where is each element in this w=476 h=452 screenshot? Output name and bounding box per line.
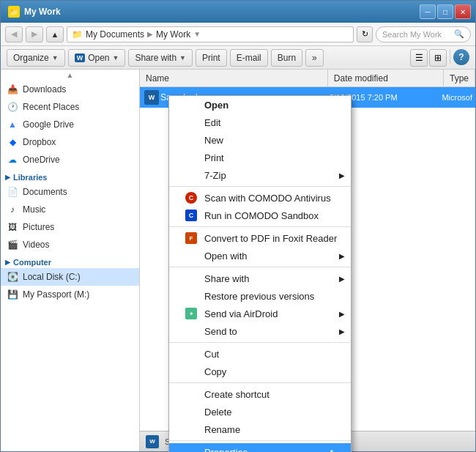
file-header: Name Date modified Type (140, 70, 475, 87)
sidebar-item-documents[interactable]: 📄 Documents (1, 183, 139, 201)
refresh-button[interactable]: ↻ (357, 26, 373, 42)
videos-icon: 🎬 (7, 239, 18, 251)
sidebar-item-videos[interactable]: 🎬 Videos (1, 236, 139, 253)
ctx-create-shortcut-label: Create shortcut (204, 389, 269, 400)
close-button[interactable]: ✕ (455, 4, 471, 19)
status-file-icon: W (146, 435, 159, 448)
documents-label: Documents (23, 187, 67, 197)
ctx-create-shortcut-icon (184, 388, 198, 400)
email-button[interactable]: E-mail (230, 49, 268, 67)
ctx-copy[interactable]: Copy (169, 363, 351, 380)
computer-label: Computer (13, 258, 51, 267)
ctx-sep2 (169, 226, 351, 227)
ctx-edit[interactable]: Edit (169, 114, 351, 131)
ctx-rename-icon (184, 423, 198, 435)
sidebar-item-pictures[interactable]: 🖼 Pictures (1, 218, 139, 236)
share-with-button[interactable]: Share with ▼ (128, 49, 193, 67)
header-name[interactable]: Name (140, 70, 328, 86)
view-buttons: ☰ ⊞ ? (410, 49, 469, 67)
header-date[interactable]: Date modified (328, 70, 444, 86)
address-path[interactable]: 📁 My Documents ▶ My Work ▼ (67, 26, 354, 42)
libraries-label: Libraries (13, 173, 47, 182)
computer-arrow: ▶ (5, 259, 10, 266)
print-button[interactable]: Print (196, 49, 227, 67)
dropbox-label: Dropbox (23, 137, 56, 147)
ctx-sep3 (169, 267, 351, 267)
ctx-properties[interactable]: Properties ↖ (169, 443, 351, 452)
sidebar-item-google-drive[interactable]: ▲ Google Drive (1, 116, 139, 133)
ctx-restore[interactable]: Restore previous versions (169, 287, 351, 305)
downloads-icon: 📥 (7, 84, 18, 95)
more-label: » (312, 53, 317, 63)
sidebar-item-local-disk[interactable]: 💽 Local Disk (C:) (1, 268, 139, 286)
my-passport-label: My Passport (M:) (23, 289, 89, 300)
window-icon: 📁 (8, 6, 20, 18)
ctx-send-to[interactable]: Send to ▶ (169, 322, 351, 340)
sidebar-item-dropbox[interactable]: ◆ Dropbox (1, 133, 139, 151)
ctx-foxit-label: Convert to PDF in Foxit Reader (204, 233, 337, 244)
open-button[interactable]: W Open ▼ (68, 49, 126, 67)
ctx-comodo-sandbox[interactable]: C Run in COMODO Sandbox (169, 207, 351, 224)
header-type[interactable]: Type (444, 70, 475, 86)
breadcrumb-part1[interactable]: My Documents (86, 29, 144, 40)
breadcrumb-part2[interactable]: My Work (156, 29, 190, 40)
ctx-edit-icon (184, 116, 198, 128)
minimize-button[interactable]: ─ (420, 4, 436, 19)
ctx-share-with-label: Share with (204, 273, 249, 284)
view-list-button[interactable]: ☰ (410, 49, 428, 67)
ctx-7zip[interactable]: 7-Zip ▶ (169, 166, 351, 184)
ctx-delete-label: Delete (204, 407, 232, 418)
organize-button[interactable]: Organize ▼ (7, 49, 65, 67)
my-passport-icon: 💾 (7, 289, 18, 300)
local-disk-label: Local Disk (C:) (23, 272, 81, 282)
up-button[interactable]: ▲ (46, 26, 64, 42)
open-arrow: ▼ (112, 54, 119, 62)
ctx-create-shortcut[interactable]: Create shortcut (169, 385, 351, 403)
pictures-icon: 🖼 (7, 221, 18, 233)
sidebar-item-my-passport[interactable]: 💾 My Passport (M:) (1, 286, 139, 303)
ctx-delete[interactable]: Delete (169, 403, 351, 420)
organize-arrow: ▼ (52, 54, 59, 62)
ctx-open-icon (184, 99, 198, 111)
computer-section[interactable]: ▶ Computer (1, 253, 139, 268)
breadcrumb-dropdown[interactable]: ▼ (193, 30, 201, 38)
ctx-cut-icon (184, 348, 198, 360)
libraries-section[interactable]: ▶ Libraries (1, 168, 139, 183)
help-button[interactable]: ? (453, 49, 469, 65)
ctx-share-with-icon (184, 273, 198, 284)
ctx-cut[interactable]: Cut (169, 345, 351, 363)
ctx-share-with[interactable]: Share with ▶ (169, 270, 351, 287)
share-with-arrow: ▼ (179, 54, 186, 62)
toolbar-sep2 (450, 49, 450, 64)
libraries-arrow: ▶ (5, 174, 10, 181)
ctx-comodo-scan-icon: C (184, 192, 198, 204)
sidebar-item-music[interactable]: ♪ Music (1, 201, 139, 218)
organize-label: Organize (13, 53, 49, 63)
back-button[interactable]: ◀ (5, 26, 23, 42)
ctx-open-with[interactable]: Open with ▶ (169, 247, 351, 264)
ctx-airdroid[interactable]: ✦ Send via AirDroid ▶ (169, 305, 351, 322)
search-placeholder: Search My Work (382, 30, 442, 39)
ctx-open[interactable]: Open (169, 96, 351, 114)
ctx-new-label: New (204, 135, 223, 146)
search-box[interactable]: Search My Work 🔍 (376, 26, 471, 42)
forward-button[interactable]: ▶ (26, 26, 43, 42)
ctx-new[interactable]: New (169, 131, 351, 149)
ctx-7zip-arrow: ▶ (339, 171, 345, 179)
view-grid-button[interactable]: ⊞ (429, 49, 447, 67)
ctx-print[interactable]: Print (169, 149, 351, 166)
google-drive-label: Google Drive (23, 119, 74, 130)
ctx-open-with-icon (184, 250, 198, 262)
sidebar-item-recent-places[interactable]: 🕐 Recent Places (1, 98, 139, 116)
more-button[interactable]: » (305, 49, 324, 67)
ctx-rename[interactable]: Rename (169, 420, 351, 438)
scroll-up-indicator: ▲ (1, 70, 139, 81)
sidebar-item-onedrive[interactable]: ☁ OneDrive (1, 151, 139, 168)
sidebar-item-downloads[interactable]: 📥 Downloads (1, 81, 139, 98)
google-drive-icon: ▲ (7, 119, 18, 130)
ctx-foxit[interactable]: F Convert to PDF in Foxit Reader (169, 229, 351, 247)
burn-button[interactable]: Burn (271, 49, 302, 67)
ctx-comodo-scan[interactable]: C Scan with COMODO Antivirus (169, 189, 351, 207)
maximize-button[interactable]: □ (437, 4, 453, 19)
sidebar: ▲ 📥 Downloads 🕐 Recent Places ▲ Google D… (1, 70, 140, 451)
